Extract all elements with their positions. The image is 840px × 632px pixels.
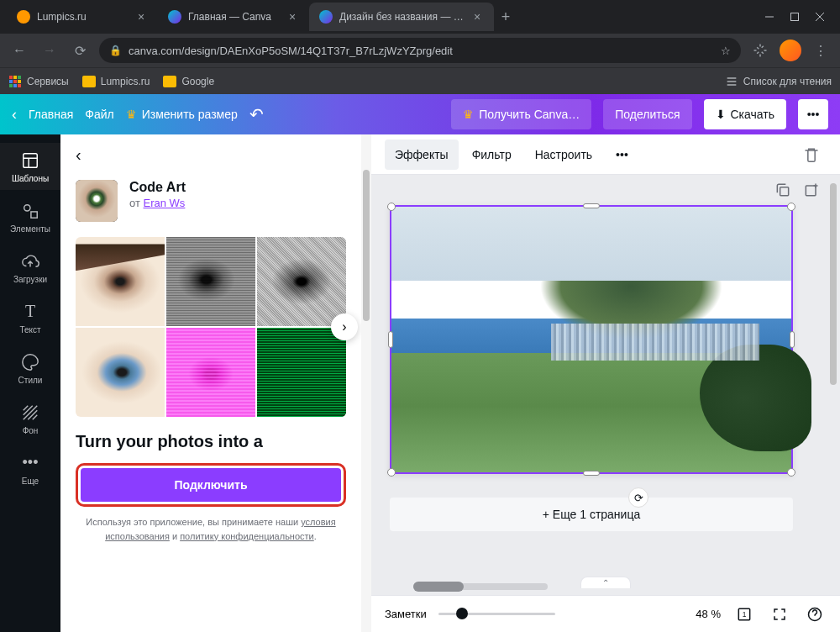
resize-handle-se[interactable] xyxy=(787,468,795,477)
gallery-next-button[interactable]: › xyxy=(331,313,358,340)
resize-handle-sw[interactable] xyxy=(387,468,396,477)
sidebar-item-uploads[interactable]: Загрузки xyxy=(0,244,60,291)
canvas-horizontal-scroll-area: ⌃ xyxy=(371,577,840,595)
resize-handle-s[interactable] xyxy=(583,471,600,476)
adjust-button[interactable]: Настроить xyxy=(525,140,602,170)
slider-track[interactable] xyxy=(438,613,555,615)
browser-tab-canva-design[interactable]: Дизайн без названия — 1024 × xyxy=(309,3,494,31)
bookmark-google[interactable]: Google xyxy=(163,76,214,87)
filter-button[interactable]: Фильтр xyxy=(462,140,522,170)
panel-back-button[interactable]: ‹ xyxy=(60,134,361,175)
scrollbar-thumb[interactable] xyxy=(363,170,370,321)
resize-handle-e[interactable] xyxy=(790,331,795,348)
app-header: Code Art от Eran Ws xyxy=(76,180,346,222)
minimize-icon[interactable] xyxy=(764,12,774,22)
canva-file-menu[interactable]: Файл xyxy=(85,108,113,121)
privacy-link[interactable]: политику конфиденциальности xyxy=(180,531,314,541)
app-title: Code Art xyxy=(129,180,186,195)
sidebar-item-elements[interactable]: Элементы xyxy=(0,193,60,240)
close-icon[interactable]: × xyxy=(286,10,299,24)
address-bar[interactable]: 🔒 canva.com/design/DAEnXoP5oSM/14Q1T37r_… xyxy=(99,38,741,63)
svg-text:1: 1 xyxy=(743,610,747,619)
panel-scrollbar[interactable] xyxy=(361,134,371,632)
maximize-icon[interactable] xyxy=(790,12,800,22)
collapse-tab[interactable]: ⌃ xyxy=(580,577,631,588)
reload-button[interactable]: ⟳ xyxy=(69,40,91,61)
canvas-scroll[interactable]: ⟳ + Еще 1 страница xyxy=(371,175,840,577)
star-icon[interactable]: ☆ xyxy=(721,45,731,57)
bookmark-services[interactable]: Сервисы xyxy=(8,75,69,88)
notes-button[interactable]: Заметки xyxy=(385,608,427,620)
button-label: Скачать xyxy=(731,108,775,121)
selected-image[interactable] xyxy=(390,205,793,474)
canva-back-button[interactable]: ‹ xyxy=(12,106,17,124)
add-page-button[interactable]: ⟳ + Еще 1 страница xyxy=(390,498,793,531)
left-sidebar: Шаблоны Элементы Загрузки T Текст Стили … xyxy=(0,134,60,632)
sidebar-label: Фон xyxy=(23,426,39,435)
lock-icon: 🔒 xyxy=(109,45,122,56)
sidebar-item-styles[interactable]: Стили xyxy=(0,345,60,392)
button-label: Фильтр xyxy=(472,148,512,161)
svg-rect-9 xyxy=(18,80,21,83)
sidebar-label: Загрузки xyxy=(13,275,47,284)
horizontal-scroll-thumb[interactable] xyxy=(413,582,464,592)
button-label: Получить Canva… xyxy=(479,108,580,121)
svg-rect-11 xyxy=(13,84,17,87)
pages-view-icon[interactable]: 1 xyxy=(732,603,756,626)
more-options-button[interactable]: ••• xyxy=(798,99,828,129)
fullscreen-icon[interactable] xyxy=(768,603,791,626)
resize-handle-w[interactable] xyxy=(388,331,393,348)
menu-icon[interactable]: ⋮ xyxy=(810,40,832,61)
reading-list[interactable]: Список для чтения xyxy=(725,75,832,88)
connect-button[interactable]: Подключить xyxy=(81,468,341,502)
sidebar-label: Шаблоны xyxy=(12,174,49,183)
and-text: и xyxy=(170,531,180,541)
sidebar-item-templates[interactable]: Шаблоны xyxy=(0,143,60,190)
delete-icon[interactable] xyxy=(796,140,827,170)
sidebar-item-more[interactable]: ••• Еще xyxy=(0,445,60,492)
browser-toolbar: ← → ⟳ 🔒 canva.com/design/DAEnXoP5oSM/14Q… xyxy=(0,34,840,67)
sidebar-item-text[interactable]: T Текст xyxy=(0,294,60,341)
button-label: Поделиться xyxy=(615,108,680,121)
download-button[interactable]: ⬇ Скачать xyxy=(704,99,787,129)
get-canva-pro-button[interactable]: ♛ Получить Canva… xyxy=(451,99,591,129)
design-page[interactable] xyxy=(390,205,793,474)
forward-button[interactable]: → xyxy=(39,40,60,61)
browser-tab-canva-home[interactable]: Главная — Canva × xyxy=(158,3,309,31)
share-button[interactable]: Поделиться xyxy=(603,99,691,129)
resize-handle-nw[interactable] xyxy=(387,203,396,211)
canva-resize-button[interactable]: ♛ Изменить размер xyxy=(126,108,238,121)
more-icon: ••• xyxy=(20,453,40,473)
help-icon[interactable] xyxy=(803,603,827,626)
svg-rect-10 xyxy=(9,84,13,87)
canvas-vertical-scrollbar[interactable] xyxy=(828,175,838,577)
slider-thumb[interactable] xyxy=(456,608,468,619)
add-page-label: + Еще 1 страница xyxy=(543,508,640,521)
palette-icon xyxy=(20,352,40,372)
close-window-icon[interactable] xyxy=(815,12,825,22)
window-controls xyxy=(764,12,833,22)
add-page-icon[interactable] xyxy=(803,182,820,198)
canva-home-link[interactable]: Главная xyxy=(29,108,73,121)
extensions-icon[interactable] xyxy=(749,40,771,61)
duplicate-page-icon[interactable] xyxy=(774,182,791,198)
effects-button[interactable]: Эффекты xyxy=(385,140,459,170)
sidebar-item-background[interactable]: Фон xyxy=(0,395,60,442)
browser-tab-lumpics[interactable]: Lumpics.ru × xyxy=(7,3,158,31)
profile-avatar[interactable] xyxy=(780,40,801,61)
zoom-slider[interactable] xyxy=(438,613,555,615)
more-button[interactable]: ••• xyxy=(606,140,638,170)
new-tab-button[interactable]: + xyxy=(494,5,517,29)
bookmark-lumpics[interactable]: Lumpics.ru xyxy=(82,76,150,87)
author-link[interactable]: Eran Ws xyxy=(144,197,186,209)
resize-handle-ne[interactable] xyxy=(787,203,795,211)
close-icon[interactable]: × xyxy=(470,10,484,24)
canva-undo-button[interactable]: ↶ xyxy=(249,104,264,124)
refresh-badge-icon[interactable]: ⟳ xyxy=(628,487,648,508)
back-button[interactable]: ← xyxy=(8,40,30,61)
close-icon[interactable]: × xyxy=(134,10,148,24)
svg-rect-27 xyxy=(806,186,816,196)
resize-handle-n[interactable] xyxy=(583,203,600,208)
scrollbar-thumb[interactable] xyxy=(830,183,837,385)
favicon-canva xyxy=(168,10,181,24)
